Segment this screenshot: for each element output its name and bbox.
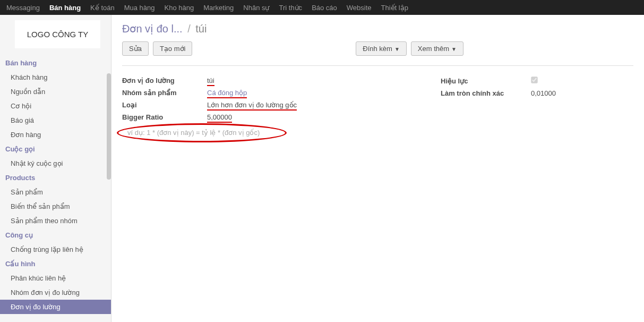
chevron-down-icon: ▼ bbox=[451, 46, 457, 52]
sidebar-item[interactable]: Đơn hàng bbox=[0, 128, 111, 142]
sidebar-item[interactable]: Nhật ký cuộc gọi bbox=[0, 156, 111, 171]
sidebar-header: Bán hàng bbox=[0, 56, 111, 70]
create-button[interactable]: Tạo mới bbox=[153, 41, 193, 56]
sidebar-item[interactable]: Sản phẩm theo nhóm bbox=[0, 214, 111, 228]
topnav-item[interactable]: Kho hàng bbox=[164, 2, 195, 14]
label-rounding: Làm tròn chính xác bbox=[441, 89, 531, 97]
form: Đơn vị đo lường túi Nhóm sản phẩm Cá đón… bbox=[122, 74, 633, 140]
edit-button[interactable]: Sửa bbox=[122, 41, 149, 56]
value-type: Lớn hơn đơn vị đo lường gốc bbox=[207, 101, 297, 109]
topnav-item[interactable]: Kế toán bbox=[89, 2, 116, 14]
chevron-down-icon: ▼ bbox=[394, 46, 400, 52]
main-content: Đơn vị đo l... / túi Sửa Tạo mới Đính kè… bbox=[111, 15, 644, 322]
more-button[interactable]: Xem thêm▼ bbox=[411, 41, 463, 56]
breadcrumb-sep: / bbox=[187, 23, 191, 35]
sidebar-item[interactable]: Nguồn dẫn bbox=[0, 84, 111, 99]
active-checkbox bbox=[531, 77, 537, 83]
attach-button[interactable]: Đính kèm▼ bbox=[356, 41, 407, 56]
sidebar-scrollbar[interactable] bbox=[107, 73, 111, 180]
topnav-item[interactable]: Tri thức bbox=[278, 2, 303, 14]
topnav-item[interactable]: Báo cáo bbox=[311, 2, 338, 14]
value-ratio: 5,00000 bbox=[207, 113, 232, 121]
sidebar-header: Công cụ bbox=[0, 228, 111, 242]
hint-text: ví dụ: 1 * (đơn vị này) = tỷ lệ * (đơn v… bbox=[122, 125, 265, 140]
topnav-item[interactable]: Website bbox=[346, 2, 373, 14]
divider bbox=[122, 65, 633, 66]
sidebar-item[interactable]: Báo giá bbox=[0, 113, 111, 128]
breadcrumb-current: túi bbox=[195, 23, 207, 35]
sidebar-header: Cuộc gọi bbox=[0, 142, 111, 156]
topnav-item[interactable]: Mua hàng bbox=[123, 2, 156, 14]
sidebar-item[interactable]: Đơn vị đo lường bbox=[0, 300, 111, 314]
more-label: Xem thêm bbox=[418, 45, 449, 53]
sidebar-header: Products bbox=[0, 171, 111, 185]
topnav-item[interactable]: Thiết lập bbox=[380, 2, 409, 14]
breadcrumb: Đơn vị đo l... / túi bbox=[122, 22, 633, 35]
breadcrumb-parent[interactable]: Đơn vị đo l... bbox=[122, 23, 183, 35]
sidebar-item[interactable]: Nhóm đơn vị đo lường bbox=[0, 285, 111, 300]
topnav-item[interactable]: Nhân sự bbox=[242, 2, 270, 14]
sidebar-item[interactable]: Khách hàng bbox=[0, 70, 111, 84]
sidebar-item[interactable]: Sản phẩm bbox=[0, 185, 111, 199]
sidebar-item[interactable]: Chống trùng lặp liên hệ bbox=[0, 242, 111, 257]
label-type: Loại bbox=[122, 101, 207, 109]
company-logo: LOGO CÔNG TY bbox=[15, 20, 100, 48]
value-group[interactable]: Cá đóng hộp bbox=[207, 89, 247, 97]
toolbar: Sửa Tạo mới Đính kèm▼ Xem thêm▼ bbox=[122, 41, 633, 56]
value-active bbox=[531, 77, 538, 85]
topnav-item[interactable]: Bán hàng bbox=[48, 2, 82, 14]
label-ratio: Bigger Ratio bbox=[122, 113, 207, 121]
label-uom: Đơn vị đo lường bbox=[122, 77, 207, 84]
attach-label: Đính kèm bbox=[363, 45, 392, 53]
sidebar-item[interactable]: Biến thể sản phẩm bbox=[0, 199, 111, 214]
value-uom: túi bbox=[207, 77, 214, 84]
top-nav: MessagingBán hàngKế toánMua hàngKho hàng… bbox=[0, 0, 644, 15]
sidebar-item[interactable]: Phân khúc liên hệ bbox=[0, 271, 111, 285]
sidebar: LOGO CÔNG TY Bán hàngKhách hàngNguồn dẫn… bbox=[0, 15, 111, 322]
topnav-item[interactable]: Marketing bbox=[202, 2, 235, 14]
value-rounding: 0,01000 bbox=[531, 89, 556, 97]
label-active: Hiệu lực bbox=[441, 77, 531, 85]
label-group: Nhóm sản phẩm bbox=[122, 89, 207, 97]
sidebar-header: Cấu hình bbox=[0, 257, 111, 271]
topnav-item[interactable]: Messaging bbox=[5, 2, 41, 14]
sidebar-item[interactable]: Cơ hội bbox=[0, 99, 111, 113]
